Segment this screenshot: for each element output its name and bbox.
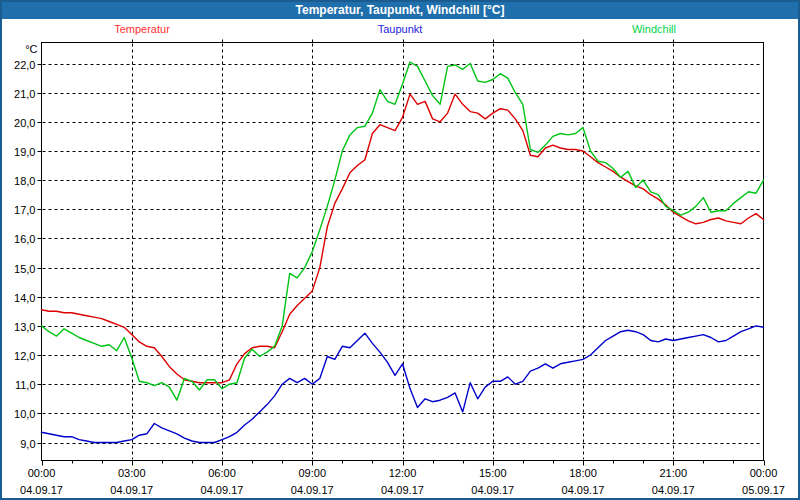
x-tick-date: 04.09.17: [562, 484, 605, 496]
chart-window: Temperatur, Taupunkt, Windchill [°C] 22,…: [0, 0, 800, 500]
y-tick-label: 13,0: [14, 321, 35, 333]
x-tick-date: 04.09.17: [20, 484, 63, 496]
x-tick-date: 04.09.17: [652, 484, 695, 496]
x-tick-time: 06:00: [208, 467, 236, 479]
x-tick-time: 18:00: [569, 467, 597, 479]
y-tick-label: 18,0: [14, 175, 35, 187]
y-tick-label: 10,0: [14, 408, 35, 420]
legend-taupunkt: Taupunkt: [378, 22, 423, 36]
y-tick-label: 22,0: [14, 59, 35, 71]
y-axis-unit: °C: [25, 43, 37, 55]
y-tick-label: 16,0: [14, 233, 35, 245]
y-tick-label: 9,0: [20, 438, 35, 450]
x-tick-date: 05.09.17: [742, 484, 785, 496]
x-tick-date: 04.09.17: [381, 484, 424, 496]
x-tick-time: 15:00: [479, 467, 507, 479]
x-tick-time: 00:00: [750, 467, 778, 479]
grid: [43, 44, 763, 460]
windchill-line: [42, 62, 764, 400]
y-tick-label: 14,0: [14, 292, 35, 304]
x-tick-date: 04.09.17: [110, 484, 153, 496]
legend-temperatur: Temperatur: [114, 22, 170, 36]
y-tick-label: 21,0: [14, 88, 35, 100]
y-tick-label: 17,0: [14, 204, 35, 216]
chart-canvas: 22,021,020,019,018,017,016,015,014,013,0…: [2, 2, 800, 500]
axes: [38, 40, 765, 466]
x-tick-time: 00:00: [28, 467, 56, 479]
y-tick-label: 19,0: [14, 146, 35, 158]
x-tick-date: 04.09.17: [471, 484, 514, 496]
plot-border: [42, 43, 764, 461]
y-tick-label: 12,0: [14, 350, 35, 362]
x-tick-time: 12:00: [389, 467, 417, 479]
x-tick-date: 04.09.17: [291, 484, 334, 496]
y-tick-label: 20,0: [14, 117, 35, 129]
y-tick-label: 15,0: [14, 263, 35, 275]
x-tick-time: 21:00: [659, 467, 687, 479]
y-tick-label: 11,0: [15, 379, 36, 391]
x-tick-time: 09:00: [298, 467, 326, 479]
legend-windchill: Windchill: [632, 22, 676, 36]
x-tick-time: 03:00: [118, 467, 146, 479]
x-tick-date: 04.09.17: [201, 484, 244, 496]
